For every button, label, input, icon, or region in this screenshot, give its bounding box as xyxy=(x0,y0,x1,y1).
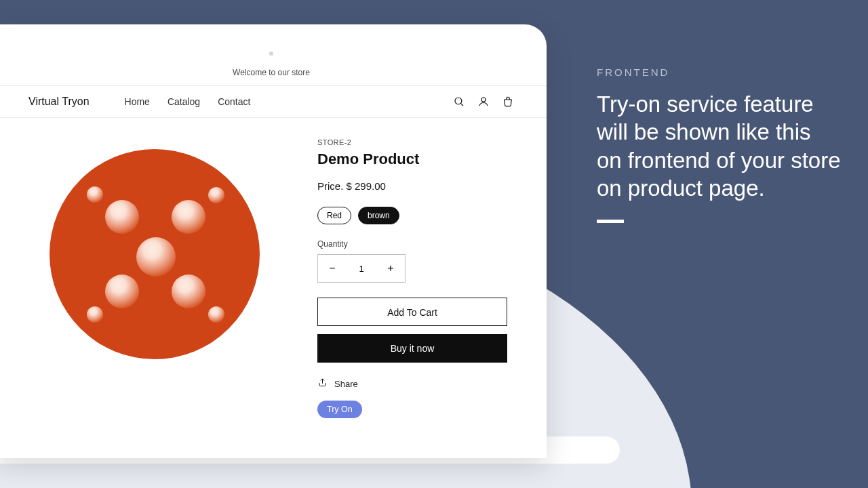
quantity-value: 1 xyxy=(347,264,376,274)
quantity-stepper: − 1 + xyxy=(317,254,406,283)
marketing-label: FRONTEND xyxy=(597,66,841,78)
product-vendor: STORE-2 xyxy=(317,138,530,146)
nav-catalog[interactable]: Catalog xyxy=(167,96,200,107)
nav-icons xyxy=(453,96,514,108)
marketing-panel: FRONTEND Try-on service feature will be … xyxy=(597,66,841,223)
svg-point-0 xyxy=(455,98,462,104)
product-section: STORE-2 Demo Product Price. $ 299.00 Red… xyxy=(0,118,547,418)
svg-line-1 xyxy=(460,103,463,106)
announcement-bar: Welcome to our store xyxy=(0,24,547,85)
product-info: STORE-2 Demo Product Price. $ 299.00 Red… xyxy=(317,137,530,418)
announcement-text: Welcome to our store xyxy=(233,68,310,77)
decrease-button[interactable]: − xyxy=(318,262,347,274)
nav-contact[interactable]: Contact xyxy=(218,96,250,107)
share-button[interactable]: Share xyxy=(317,378,530,390)
product-title: Demo Product xyxy=(317,150,530,168)
brand-name[interactable]: Virtual Tryon xyxy=(28,96,90,108)
swatch-brown[interactable]: brown xyxy=(358,207,399,224)
cart-icon[interactable] xyxy=(502,96,514,108)
buy-now-button[interactable]: Buy it now xyxy=(317,334,507,363)
increase-button[interactable]: + xyxy=(376,262,405,274)
search-icon[interactable] xyxy=(453,96,465,108)
share-icon xyxy=(317,378,328,390)
marketing-headline: Try-on service feature will be shown lik… xyxy=(597,90,841,202)
svg-point-2 xyxy=(481,98,486,102)
main-nav: Virtual Tryon Home Catalog Contact xyxy=(0,85,547,118)
account-icon[interactable] xyxy=(477,96,490,108)
share-label: Share xyxy=(334,379,358,389)
product-image xyxy=(12,137,297,418)
variant-swatches: Red brown xyxy=(317,207,530,224)
nav-home[interactable]: Home xyxy=(125,96,150,107)
tablet-mock: Welcome to our store Virtual Tryon Home … xyxy=(0,24,547,458)
product-graphic-icon xyxy=(50,149,260,359)
product-price: Price. $ 299.00 xyxy=(317,180,530,192)
add-to-cart-button[interactable]: Add To Cart xyxy=(317,298,507,326)
camera-dot-icon xyxy=(269,52,273,56)
quantity-label: Quantity xyxy=(317,239,530,249)
nav-links: Home Catalog Contact xyxy=(125,96,251,107)
swatch-red[interactable]: Red xyxy=(317,207,351,224)
tryon-button[interactable]: Try On xyxy=(317,401,362,418)
marketing-rule xyxy=(597,220,624,223)
